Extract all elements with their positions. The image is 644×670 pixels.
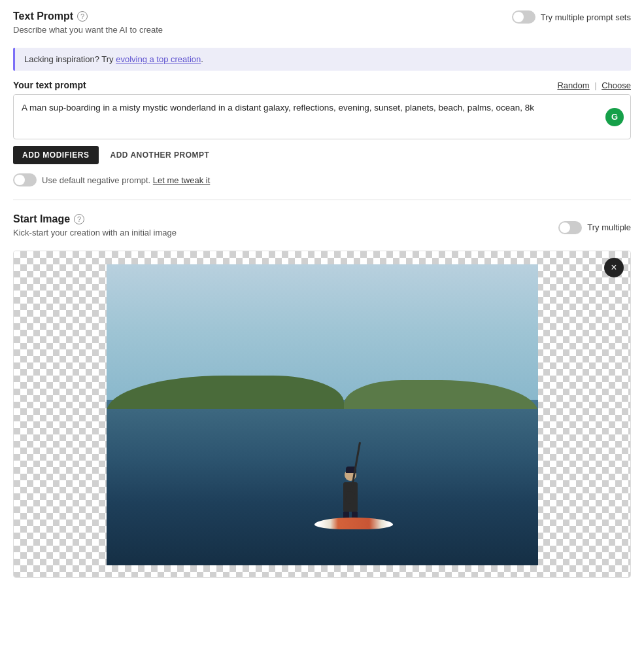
prompt-input-wrapper: A man sup-boarding in a misty mystic won… bbox=[13, 94, 631, 139]
add-modifiers-button[interactable]: ADD MODIFIERS bbox=[13, 146, 99, 164]
section-title: Text Prompt bbox=[13, 10, 73, 22]
evolving-link[interactable]: evolving a top creation bbox=[116, 54, 201, 64]
buttons-row: ADD MODIFIERS ADD ANOTHER PROMPT bbox=[13, 146, 631, 164]
random-link[interactable]: Random bbox=[557, 80, 589, 90]
add-another-prompt-button[interactable]: ADD ANOTHER PROMPT bbox=[107, 146, 214, 164]
section-header: Text Prompt ? bbox=[13, 10, 163, 22]
sup-board bbox=[314, 518, 393, 529]
negative-prompt-row: Use default negative prompt. Let me twea… bbox=[13, 173, 631, 186]
prompt-label-row: Your text prompt Random | Choose bbox=[13, 80, 631, 90]
multiple-prompts-toggle[interactable] bbox=[512, 10, 535, 24]
start-image-toggle-label: Try multiple bbox=[587, 222, 631, 232]
text-prompt-header-row: Text Prompt ? Describe what you want the… bbox=[13, 10, 631, 41]
start-image-help-icon[interactable]: ? bbox=[74, 214, 84, 224]
start-image-title-row: Start Image ? Kick-start your creation w… bbox=[13, 213, 177, 244]
start-image-header: Start Image ? Kick-start your creation w… bbox=[13, 213, 631, 244]
start-image-subtitle: Kick-start your creation with an initial… bbox=[13, 228, 177, 238]
prompt-textarea[interactable]: A man sup-boarding in a misty mystic won… bbox=[14, 95, 630, 137]
close-image-button[interactable]: × bbox=[604, 258, 624, 277]
close-icon: × bbox=[611, 262, 617, 273]
multiple-prompts-toggle-row: Try multiple prompt sets bbox=[512, 10, 631, 24]
section-subtitle: Describe what you want the AI to create bbox=[13, 25, 163, 35]
inspiration-suffix: . bbox=[201, 54, 203, 64]
person-figure bbox=[341, 469, 360, 521]
help-icon[interactable]: ? bbox=[77, 11, 88, 22]
tweak-link[interactable]: Let me tweak it bbox=[153, 175, 210, 185]
prompt-label: Your text prompt bbox=[13, 80, 86, 90]
start-image-title-group: Start Image ? Kick-start your creation w… bbox=[13, 213, 177, 244]
image-wrapper bbox=[14, 251, 630, 565]
section-divider bbox=[13, 200, 631, 200]
text-prompt-title-group: Text Prompt ? Describe what you want the… bbox=[13, 10, 163, 41]
prompt-actions: Random | Choose bbox=[557, 80, 631, 90]
page-container: Text Prompt ? Describe what you want the… bbox=[0, 0, 644, 588]
start-image-toggle-row: Try multiple bbox=[558, 221, 631, 234]
start-image-toggle[interactable] bbox=[558, 221, 582, 234]
person-body bbox=[343, 482, 358, 512]
inspiration-text: Lacking inspiration? Try bbox=[24, 54, 116, 64]
start-image-section-header: Start Image ? bbox=[13, 213, 177, 225]
sup-boarding-image bbox=[107, 264, 538, 565]
grammarly-icon: G bbox=[605, 108, 624, 126]
start-image-title: Start Image bbox=[13, 213, 70, 225]
actions-separator: | bbox=[594, 80, 599, 90]
water-layer bbox=[107, 409, 538, 565]
negative-prompt-text: Use default negative prompt. Let me twea… bbox=[42, 175, 210, 185]
negative-prompt-toggle[interactable] bbox=[13, 173, 37, 186]
image-upload-area[interactable]: × bbox=[13, 251, 631, 578]
person-on-board bbox=[314, 518, 393, 529]
multiple-prompts-label: Try multiple prompt sets bbox=[541, 12, 631, 22]
choose-link[interactable]: Choose bbox=[602, 80, 631, 90]
negative-prompt-label: Use default negative prompt. bbox=[42, 175, 150, 185]
inspiration-banner: Lacking inspiration? Try evolving a top … bbox=[13, 48, 631, 71]
